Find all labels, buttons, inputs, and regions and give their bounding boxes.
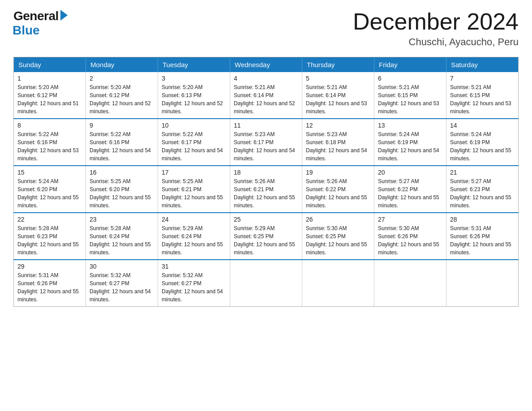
day-number: 29 (17, 263, 82, 270)
day-info: Sunrise: 5:20 AMSunset: 6:13 PMDaylight:… (162, 84, 223, 115)
column-header-sunday: Sunday (14, 57, 86, 73)
day-number: 15 (17, 169, 82, 176)
day-number: 9 (90, 122, 154, 129)
calendar-day-cell: 23 Sunrise: 5:28 AMSunset: 6:24 PMDaylig… (86, 213, 158, 260)
day-number: 10 (162, 122, 226, 129)
day-number: 4 (234, 75, 298, 82)
calendar-day-cell: 17 Sunrise: 5:25 AMSunset: 6:21 PMDaylig… (158, 166, 230, 213)
calendar-day-cell: 29 Sunrise: 5:31 AMSunset: 6:26 PMDaylig… (14, 260, 86, 307)
day-info: Sunrise: 5:31 AMSunset: 6:26 PMDaylight:… (450, 225, 511, 256)
day-number: 13 (378, 122, 442, 129)
calendar-day-cell: 15 Sunrise: 5:24 AMSunset: 6:20 PMDaylig… (14, 166, 86, 213)
day-number: 7 (450, 75, 515, 82)
calendar-day-cell: 3 Sunrise: 5:20 AMSunset: 6:13 PMDayligh… (158, 72, 230, 119)
day-number: 22 (17, 216, 82, 223)
calendar-day-cell: 20 Sunrise: 5:27 AMSunset: 6:22 PMDaylig… (374, 166, 446, 213)
day-number: 25 (234, 216, 298, 223)
day-number: 1 (17, 75, 82, 82)
day-info: Sunrise: 5:22 AMSunset: 6:17 PMDaylight:… (162, 131, 223, 162)
calendar-week-5: 29 Sunrise: 5:31 AMSunset: 6:26 PMDaylig… (14, 260, 519, 307)
calendar-header-row: SundayMondayTuesdayWednesdayThursdayFrid… (14, 57, 519, 73)
logo-blue-text: Blue (13, 23, 40, 38)
day-info: Sunrise: 5:25 AMSunset: 6:21 PMDaylight:… (162, 178, 223, 209)
calendar-day-cell (446, 260, 519, 307)
calendar-day-cell (230, 260, 302, 307)
calendar-day-cell: 31 Sunrise: 5:32 AMSunset: 6:27 PMDaylig… (158, 260, 230, 307)
day-info: Sunrise: 5:27 AMSunset: 6:22 PMDaylight:… (378, 178, 439, 209)
calendar-day-cell: 22 Sunrise: 5:28 AMSunset: 6:23 PMDaylig… (14, 213, 86, 260)
column-header-tuesday: Tuesday (158, 57, 230, 73)
calendar-day-cell (374, 260, 446, 307)
day-info: Sunrise: 5:23 AMSunset: 6:18 PMDaylight:… (306, 131, 367, 162)
calendar-day-cell: 26 Sunrise: 5:30 AMSunset: 6:25 PMDaylig… (302, 213, 374, 260)
calendar-table: SundayMondayTuesdayWednesdayThursdayFrid… (13, 57, 519, 307)
day-info: Sunrise: 5:27 AMSunset: 6:23 PMDaylight:… (450, 178, 511, 209)
day-info: Sunrise: 5:22 AMSunset: 6:16 PMDaylight:… (17, 131, 79, 162)
day-info: Sunrise: 5:28 AMSunset: 6:23 PMDaylight:… (17, 225, 79, 256)
logo-arrow-icon (60, 10, 68, 21)
day-info: Sunrise: 5:28 AMSunset: 6:24 PMDaylight:… (90, 225, 151, 256)
column-header-friday: Friday (374, 57, 446, 73)
calendar-day-cell: 13 Sunrise: 5:24 AMSunset: 6:19 PMDaylig… (374, 119, 446, 166)
column-header-wednesday: Wednesday (230, 57, 302, 73)
day-number: 2 (90, 75, 154, 82)
day-number: 26 (306, 216, 370, 223)
day-number: 28 (450, 216, 515, 223)
calendar-day-cell: 25 Sunrise: 5:29 AMSunset: 6:25 PMDaylig… (230, 213, 302, 260)
calendar-day-cell: 10 Sunrise: 5:22 AMSunset: 6:17 PMDaylig… (158, 119, 230, 166)
calendar-location: Chuschi, Ayacucho, Peru (353, 36, 519, 48)
day-info: Sunrise: 5:32 AMSunset: 6:27 PMDaylight:… (162, 272, 223, 303)
calendar-day-cell: 28 Sunrise: 5:31 AMSunset: 6:26 PMDaylig… (446, 213, 519, 260)
day-number: 27 (378, 216, 442, 223)
day-info: Sunrise: 5:24 AMSunset: 6:20 PMDaylight:… (17, 178, 79, 209)
day-info: Sunrise: 5:21 AMSunset: 6:14 PMDaylight:… (234, 84, 295, 115)
day-number: 11 (234, 122, 298, 129)
calendar-day-cell: 1 Sunrise: 5:20 AMSunset: 6:12 PMDayligh… (14, 72, 86, 119)
calendar-day-cell: 16 Sunrise: 5:25 AMSunset: 6:20 PMDaylig… (86, 166, 158, 213)
day-info: Sunrise: 5:24 AMSunset: 6:19 PMDaylight:… (450, 131, 511, 162)
day-number: 31 (162, 263, 226, 270)
column-header-saturday: Saturday (446, 57, 519, 73)
column-header-monday: Monday (86, 57, 158, 73)
calendar-day-cell: 18 Sunrise: 5:26 AMSunset: 6:21 PMDaylig… (230, 166, 302, 213)
day-info: Sunrise: 5:21 AMSunset: 6:15 PMDaylight:… (450, 84, 511, 115)
day-number: 24 (162, 216, 226, 223)
day-number: 6 (378, 75, 442, 82)
day-info: Sunrise: 5:29 AMSunset: 6:25 PMDaylight:… (234, 225, 295, 256)
day-info: Sunrise: 5:32 AMSunset: 6:27 PMDaylight:… (90, 272, 151, 303)
calendar-day-cell: 12 Sunrise: 5:23 AMSunset: 6:18 PMDaylig… (302, 119, 374, 166)
day-info: Sunrise: 5:30 AMSunset: 6:25 PMDaylight:… (306, 225, 367, 256)
day-info: Sunrise: 5:30 AMSunset: 6:26 PMDaylight:… (378, 225, 439, 256)
day-number: 20 (378, 169, 442, 176)
day-number: 17 (162, 169, 226, 176)
calendar-week-3: 15 Sunrise: 5:24 AMSunset: 6:20 PMDaylig… (14, 166, 519, 213)
day-info: Sunrise: 5:29 AMSunset: 6:24 PMDaylight:… (162, 225, 223, 256)
calendar-day-cell: 2 Sunrise: 5:20 AMSunset: 6:12 PMDayligh… (86, 72, 158, 119)
calendar-day-cell: 30 Sunrise: 5:32 AMSunset: 6:27 PMDaylig… (86, 260, 158, 307)
day-info: Sunrise: 5:21 AMSunset: 6:14 PMDaylight:… (306, 84, 367, 115)
logo-general-text: General (13, 9, 59, 23)
day-number: 19 (306, 169, 370, 176)
day-info: Sunrise: 5:31 AMSunset: 6:26 PMDaylight:… (17, 272, 79, 303)
day-info: Sunrise: 5:20 AMSunset: 6:12 PMDaylight:… (90, 84, 151, 115)
calendar-week-1: 1 Sunrise: 5:20 AMSunset: 6:12 PMDayligh… (14, 72, 519, 119)
calendar-day-cell: 8 Sunrise: 5:22 AMSunset: 6:16 PMDayligh… (14, 119, 86, 166)
calendar-day-cell: 21 Sunrise: 5:27 AMSunset: 6:23 PMDaylig… (446, 166, 519, 213)
day-number: 14 (450, 122, 515, 129)
calendar-day-cell: 27 Sunrise: 5:30 AMSunset: 6:26 PMDaylig… (374, 213, 446, 260)
day-number: 5 (306, 75, 370, 82)
logo: General Blue (13, 9, 68, 38)
column-header-thursday: Thursday (302, 57, 374, 73)
calendar-day-cell: 14 Sunrise: 5:24 AMSunset: 6:19 PMDaylig… (446, 119, 519, 166)
day-info: Sunrise: 5:21 AMSunset: 6:15 PMDaylight:… (378, 84, 439, 115)
day-number: 3 (162, 75, 226, 82)
day-info: Sunrise: 5:22 AMSunset: 6:16 PMDaylight:… (90, 131, 151, 162)
calendar-title: December 2024 (353, 9, 519, 34)
calendar-day-cell: 4 Sunrise: 5:21 AMSunset: 6:14 PMDayligh… (230, 72, 302, 119)
day-info: Sunrise: 5:25 AMSunset: 6:20 PMDaylight:… (90, 178, 151, 209)
calendar-day-cell: 24 Sunrise: 5:29 AMSunset: 6:24 PMDaylig… (158, 213, 230, 260)
day-number: 8 (17, 122, 82, 129)
calendar-day-cell: 19 Sunrise: 5:26 AMSunset: 6:22 PMDaylig… (302, 166, 374, 213)
calendar-week-2: 8 Sunrise: 5:22 AMSunset: 6:16 PMDayligh… (14, 119, 519, 166)
day-info: Sunrise: 5:20 AMSunset: 6:12 PMDaylight:… (17, 84, 79, 115)
